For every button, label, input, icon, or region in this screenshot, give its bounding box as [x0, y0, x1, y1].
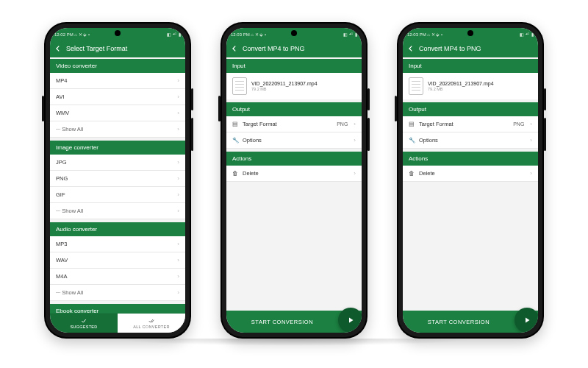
- options-row[interactable]: 🔧 Options›: [403, 132, 538, 149]
- play-icon: [346, 316, 355, 325]
- scroll-content[interactable]: Video converter MP4› AVI› WMV› ··· Show …: [50, 57, 185, 314]
- start-label: START CONVERSION: [226, 319, 338, 325]
- back-icon[interactable]: [231, 45, 238, 52]
- section-header-output: Output: [403, 102, 538, 116]
- format-row-png[interactable]: PNG›: [50, 171, 185, 187]
- wrench-icon: 🔧: [232, 137, 238, 144]
- wrench-icon: 🔧: [409, 137, 415, 144]
- delete-row[interactable]: 🗑 Delete›: [403, 166, 538, 182]
- page-title: Convert MP4 to PNG: [243, 45, 305, 52]
- back-icon[interactable]: [54, 45, 62, 52]
- phone-1: 12:02 PM ⌂ ✕ ⬙ • ◧ ⁴ᴳ ▮ Select Target Fo…: [44, 22, 191, 339]
- page-title: Select Target Format: [66, 45, 127, 52]
- section-header-input: Input: [403, 59, 538, 73]
- format-row-m4a[interactable]: M4A›: [50, 269, 185, 285]
- file-icon: [232, 77, 247, 95]
- start-fab[interactable]: [338, 308, 362, 333]
- section-header-actions: Actions: [403, 152, 538, 166]
- format-row-wmv[interactable]: WMV›: [50, 105, 185, 121]
- input-file-row[interactable]: VID_20220911_213907.mp4 79.2 MB: [226, 73, 362, 99]
- file-name: VID_20220911_213907.mp4: [428, 81, 494, 86]
- options-row[interactable]: 🔧 Options›: [226, 132, 362, 149]
- scroll-content[interactable]: Input VID_20220911_213907.mp4 79.2 MB Ou…: [403, 57, 538, 311]
- back-icon[interactable]: [407, 45, 415, 52]
- target-icon: ▤: [232, 121, 238, 127]
- format-row-wav[interactable]: WAV›: [50, 252, 185, 269]
- bottom-tabs: SUGGESTED ALL CONVERTER: [50, 313, 185, 333]
- target-format-row[interactable]: ▤ Target Format PNG›: [403, 116, 538, 132]
- section-header-input: Input: [226, 59, 362, 73]
- show-all-audio[interactable]: ··· Show All›: [50, 285, 185, 301]
- input-file-row[interactable]: VID_20220911_213907.mp4 79.2 MB: [403, 73, 538, 99]
- file-icon: [409, 77, 423, 95]
- show-all-video[interactable]: ··· Show All›: [50, 121, 185, 138]
- file-size: 79.2 MB: [251, 87, 318, 91]
- delete-row[interactable]: 🗑 Delete›: [226, 166, 362, 182]
- start-bar[interactable]: START CONVERSION: [226, 311, 362, 333]
- double-check-icon: [148, 318, 154, 324]
- file-size: 79.2 MB: [428, 87, 494, 91]
- section-header-video: Video converter: [50, 59, 185, 73]
- format-row-mp3[interactable]: MP3›: [50, 236, 185, 252]
- section-header-output: Output: [226, 102, 362, 116]
- trash-icon: 🗑: [409, 170, 415, 177]
- section-header-image: Image converter: [50, 141, 185, 155]
- start-bar[interactable]: START CONVERSION: [403, 311, 538, 333]
- section-header-actions: Actions: [226, 152, 362, 166]
- scroll-content[interactable]: Input VID_20220911_213907.mp4 79.2 MB Ou…: [226, 57, 362, 311]
- phone-2: 12:03 PM ⌂ ✕ ⬙ • ◧ ⁴ᴳ ▮ Convert MP4 to P…: [220, 22, 368, 339]
- start-fab[interactable]: [514, 308, 538, 333]
- trash-icon: 🗑: [232, 170, 238, 177]
- play-icon: [523, 316, 531, 325]
- tab-suggested[interactable]: SUGGESTED: [50, 314, 118, 333]
- format-row-gif[interactable]: GIF›: [50, 187, 185, 203]
- section-header-audio: Audio converter: [50, 222, 185, 236]
- target-icon: ▤: [409, 121, 415, 127]
- format-row-jpg[interactable]: JPG›: [50, 155, 185, 171]
- tab-all-converter[interactable]: ALL CONVERTER: [118, 314, 185, 333]
- app-bar: Convert MP4 to PNG: [403, 40, 538, 57]
- start-label: START CONVERSION: [403, 319, 514, 325]
- app-bar: Select Target Format: [50, 40, 185, 57]
- show-all-image[interactable]: ··· Show All›: [50, 203, 185, 219]
- check-icon: [81, 318, 87, 324]
- format-row-avi[interactable]: AVI›: [50, 89, 185, 105]
- app-bar: Convert MP4 to PNG: [226, 40, 362, 57]
- format-row-mp4[interactable]: MP4›: [50, 73, 185, 89]
- target-format-row[interactable]: ▤ Target Format PNG›: [226, 116, 362, 132]
- file-name: VID_20220911_213907.mp4: [251, 81, 318, 86]
- page-title: Convert MP4 to PNG: [419, 45, 481, 52]
- phone-3: 12:03 PM ⌂ ✕ ⬙ • ◧ ⁴ᴳ ▮ Convert MP4 to P…: [397, 22, 544, 339]
